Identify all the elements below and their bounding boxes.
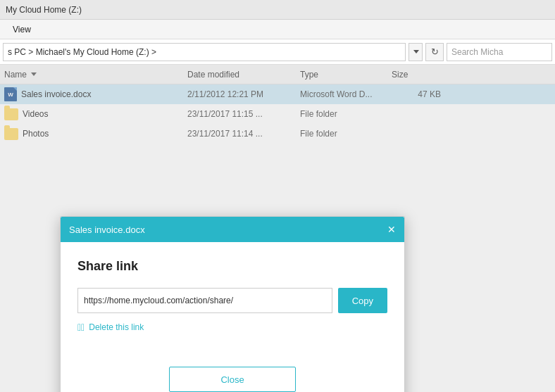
file-list: Name Date modified Type Size W Sales inv… (0, 65, 555, 392)
close-dialog-button[interactable]: Close (169, 367, 296, 392)
link-row: Copy (77, 288, 387, 313)
breadcrumb-text: s PC > Michael's My Cloud Home (Z:) > (8, 47, 156, 57)
delete-link-button[interactable]: ⚬⃥ Delete this link (77, 322, 387, 333)
search-box[interactable]: Search Micha (447, 43, 552, 61)
breadcrumb[interactable]: s PC > Michael's My Cloud Home (Z:) > (3, 43, 406, 61)
address-bar: s PC > Michael's My Cloud Home (Z:) > ↻ … (0, 39, 555, 65)
copy-button[interactable]: Copy (338, 288, 387, 313)
menu-bar: View (0, 20, 555, 39)
dialog-header: Sales invoice.docx ✕ (61, 217, 404, 242)
breadcrumb-chevron[interactable] (409, 43, 423, 61)
dialog-body: Share link Copy ⚬⃥ Delete this link (61, 242, 404, 364)
refresh-button[interactable]: ↻ (425, 43, 444, 61)
search-placeholder: Search Micha (451, 47, 503, 57)
dialog-close-button[interactable]: ✕ (387, 225, 396, 234)
delete-link-icon: ⚬⃥ (77, 322, 85, 333)
title-bar-text: My Cloud Home (Z:) (6, 5, 82, 15)
share-link-input[interactable] (77, 288, 332, 313)
share-link-heading: Share link (77, 259, 387, 274)
chevron-down-icon (413, 50, 419, 53)
delete-link-text: Delete this link (89, 322, 144, 332)
menu-view[interactable]: View (6, 22, 38, 37)
title-bar: My Cloud Home (Z:) (0, 0, 555, 20)
dialog-title: Sales invoice.docx (69, 225, 145, 235)
dialog-footer: Close (61, 364, 404, 392)
share-link-dialog: Sales invoice.docx ✕ Share link Copy ⚬⃥ … (60, 216, 405, 392)
